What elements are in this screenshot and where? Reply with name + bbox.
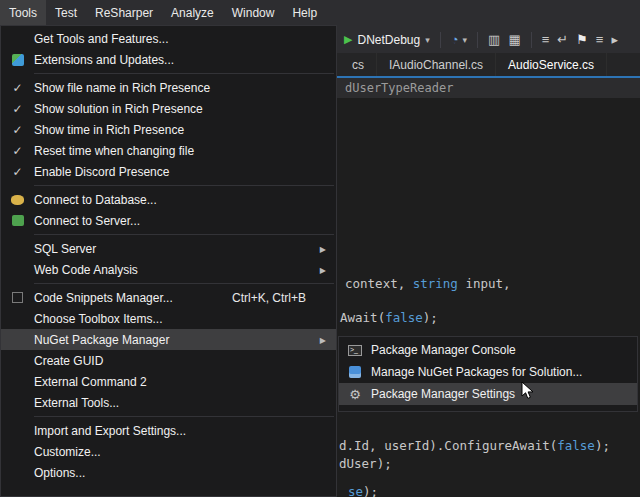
tab-audioservice[interactable]: AudioService.cs — [496, 53, 607, 76]
server-icon — [12, 215, 24, 226]
checkmark-icon: ✓ — [12, 102, 22, 116]
menu-item-get-tools-and-features[interactable]: Get Tools and Features... — [1, 28, 336, 49]
menu-separator — [34, 234, 334, 235]
code-line: se); — [348, 484, 378, 497]
menu-item-show-time[interactable]: ✓ Show time in Rich Presence — [1, 119, 336, 140]
menubar-item-resharper[interactable]: ReSharper — [86, 0, 162, 25]
split-view-icon[interactable]: ▦ — [508, 32, 520, 47]
menu-item-show-solution[interactable]: ✓ Show solution in Rich Presence — [1, 98, 336, 119]
profiler-icon[interactable]: ◔ — [451, 32, 459, 47]
word-wrap-icon[interactable]: ↵ — [557, 32, 568, 47]
menu-item-extensions-and-updates[interactable]: Extensions and Updates... — [1, 49, 336, 70]
editor-header-text: dUserTypeReader — [345, 81, 453, 95]
gear-icon: ⚙ — [349, 388, 361, 401]
menu-item-create-guid[interactable]: Create GUID — [1, 350, 336, 371]
menu-item-connect-to-database[interactable]: Connect to Database... — [1, 189, 336, 210]
checkmark-icon: ✓ — [12, 165, 22, 179]
tools-menu: Get Tools and Features... Extensions and… — [0, 25, 337, 497]
console-icon: >_ — [348, 345, 362, 356]
toolbar-separator — [477, 32, 478, 48]
shortcut-text: Ctrl+K, Ctrl+B — [232, 291, 336, 305]
menu-item-sql-server[interactable]: SQL Server ▶ — [1, 238, 336, 259]
menu-item-reset-time[interactable]: ✓ Reset time when changing file — [1, 140, 336, 161]
window-layout-icon[interactable]: ▥ — [488, 32, 500, 47]
toolbar-separator — [531, 32, 532, 48]
code-line: d.Id, userId).ConfigureAwait(false); — [339, 438, 610, 453]
checkmark-icon: ✓ — [12, 123, 22, 137]
tab-partial-cs[interactable]: cs — [340, 53, 377, 76]
menubar-item-help[interactable]: Help — [283, 0, 326, 25]
extensions-icon — [12, 54, 24, 66]
menu-separator — [34, 73, 334, 74]
menu-item-choose-toolbox-items[interactable]: Choose Toolbox Items... — [1, 308, 336, 329]
checkmark-icon: ✓ — [12, 144, 22, 158]
menu-item-options[interactable]: Options... — [1, 462, 336, 483]
submenu-item-manage-nuget-packages[interactable]: Manage NuGet Packages for Solution... — [339, 361, 637, 383]
submenu-arrow-icon: ▶ — [320, 244, 326, 253]
menu-item-nuget-package-manager[interactable]: NuGet Package Manager ▶ — [1, 329, 336, 350]
bookmark-icon[interactable]: ⚑ — [576, 32, 588, 47]
menubar-item-tools[interactable]: Tools — [0, 0, 46, 25]
menu-separator — [34, 416, 334, 417]
line-list-icon[interactable]: ≡ — [542, 32, 550, 47]
tab-iaudiochannel[interactable]: IAudioChannel.cs — [377, 53, 496, 76]
nuget-submenu: >_ Package Manager Console Manage NuGet … — [338, 336, 638, 412]
menu-item-enable-discord-presence[interactable]: ✓ Enable Discord Presence — [1, 161, 336, 182]
snippets-icon — [12, 292, 23, 303]
menu-separator — [34, 283, 334, 284]
menu-item-web-code-analysis[interactable]: Web Code Analysis ▶ — [1, 259, 336, 280]
code-line: Await(false); — [340, 310, 438, 325]
code-line: context, string input, — [345, 276, 511, 291]
menu-item-customize[interactable]: Customize... — [1, 441, 336, 462]
submenu-arrow-icon: ▶ — [320, 265, 326, 274]
packages-icon — [349, 366, 361, 378]
menubar-item-window[interactable]: Window — [223, 0, 284, 25]
more-tools-icon[interactable]: ▸ — [611, 32, 618, 47]
menu-item-external-command-2[interactable]: External Command 2 — [1, 371, 336, 392]
debug-target-selector[interactable]: DNetDebug — [357, 33, 420, 47]
checkmark-icon: ✓ — [12, 81, 22, 95]
submenu-item-package-manager-console[interactable]: >_ Package Manager Console — [339, 339, 637, 361]
menu-bar: Tools Test ReSharper Analyze Window Help — [0, 0, 640, 25]
menu-separator — [34, 185, 334, 186]
chevron-down-icon[interactable]: ▾ — [463, 35, 468, 45]
submenu-arrow-icon: ▶ — [320, 335, 326, 344]
menu-item-external-tools[interactable]: External Tools... — [1, 392, 336, 413]
code-line: dUser); — [339, 456, 392, 471]
menu-item-show-file-name[interactable]: ✓ Show file name in Rich Presence — [1, 77, 336, 98]
database-icon — [11, 195, 24, 205]
outline-icon[interactable]: ≡ — [596, 32, 604, 47]
menubar-item-test[interactable]: Test — [46, 0, 86, 25]
submenu-item-package-manager-settings[interactable]: ⚙ Package Manager Settings — [339, 383, 637, 405]
toolbar-separator — [440, 32, 441, 48]
start-debug-icon[interactable]: ▶ — [344, 33, 352, 46]
menu-item-connect-to-server[interactable]: Connect to Server... — [1, 210, 336, 231]
menu-item-import-and-export-settings[interactable]: Import and Export Settings... — [1, 420, 336, 441]
mouse-cursor — [521, 381, 535, 404]
chevron-down-icon[interactable]: ▾ — [425, 35, 430, 45]
menubar-item-analyze[interactable]: Analyze — [162, 0, 223, 25]
menu-item-code-snippets-manager[interactable]: Code Snippets Manager... Ctrl+K, Ctrl+B — [1, 287, 336, 308]
